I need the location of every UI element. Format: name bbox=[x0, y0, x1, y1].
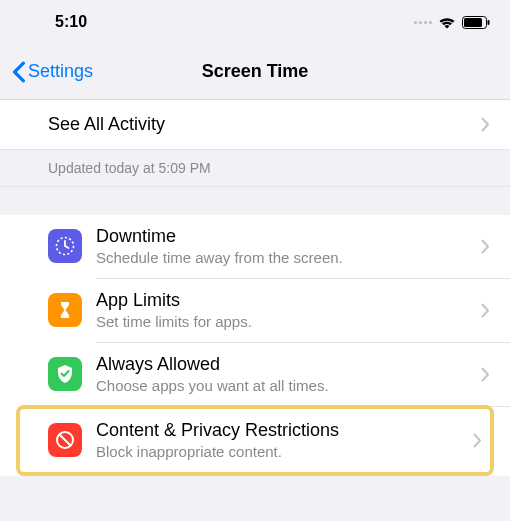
back-label: Settings bbox=[28, 61, 93, 82]
updated-text: Updated today at 5:09 PM bbox=[0, 150, 510, 187]
chevron-right-icon bbox=[481, 303, 490, 318]
status-bar: 5:10 bbox=[0, 0, 510, 44]
always-allowed-row[interactable]: Always Allowed Choose apps you want at a… bbox=[0, 343, 510, 406]
app-limits-icon bbox=[48, 293, 82, 327]
svg-rect-2 bbox=[488, 20, 490, 25]
chevron-left-icon bbox=[12, 61, 26, 83]
always-allowed-title: Always Allowed bbox=[96, 353, 467, 376]
svg-rect-1 bbox=[464, 18, 482, 27]
content-privacy-title: Content & Privacy Restrictions bbox=[96, 419, 459, 442]
app-limits-row[interactable]: App Limits Set time limits for apps. bbox=[0, 279, 510, 342]
content-privacy-row[interactable]: Content & Privacy Restrictions Block ina… bbox=[20, 409, 490, 472]
section-spacer bbox=[0, 187, 510, 215]
always-allowed-icon bbox=[48, 357, 82, 391]
bottom-spacer bbox=[0, 476, 510, 506]
downtime-icon bbox=[48, 229, 82, 263]
svg-line-5 bbox=[60, 435, 71, 446]
status-time: 5:10 bbox=[55, 13, 87, 31]
content-privacy-icon bbox=[48, 423, 82, 457]
always-allowed-sub: Choose apps you want at all times. bbox=[96, 376, 467, 396]
downtime-sub: Schedule time away from the screen. bbox=[96, 248, 467, 268]
app-limits-sub: Set time limits for apps. bbox=[96, 312, 467, 332]
app-limits-title: App Limits bbox=[96, 289, 467, 312]
back-button[interactable]: Settings bbox=[12, 61, 93, 83]
settings-list: Downtime Schedule time away from the scr… bbox=[0, 215, 510, 476]
battery-icon bbox=[462, 16, 490, 29]
chevron-right-icon bbox=[481, 117, 490, 132]
content-privacy-highlight: Content & Privacy Restrictions Block ina… bbox=[16, 405, 494, 476]
status-indicators bbox=[414, 16, 490, 29]
chevron-right-icon bbox=[481, 239, 490, 254]
nav-bar: Settings Screen Time bbox=[0, 44, 510, 100]
see-all-activity-row[interactable]: See All Activity bbox=[0, 100, 510, 150]
downtime-row[interactable]: Downtime Schedule time away from the scr… bbox=[0, 215, 510, 278]
chevron-right-icon bbox=[481, 367, 490, 382]
wifi-icon bbox=[438, 16, 456, 29]
content-privacy-sub: Block inappropriate content. bbox=[96, 442, 459, 462]
see-all-label: See All Activity bbox=[48, 114, 165, 135]
chevron-right-icon bbox=[473, 433, 482, 448]
cellular-dots-icon bbox=[414, 21, 432, 24]
downtime-title: Downtime bbox=[96, 225, 467, 248]
